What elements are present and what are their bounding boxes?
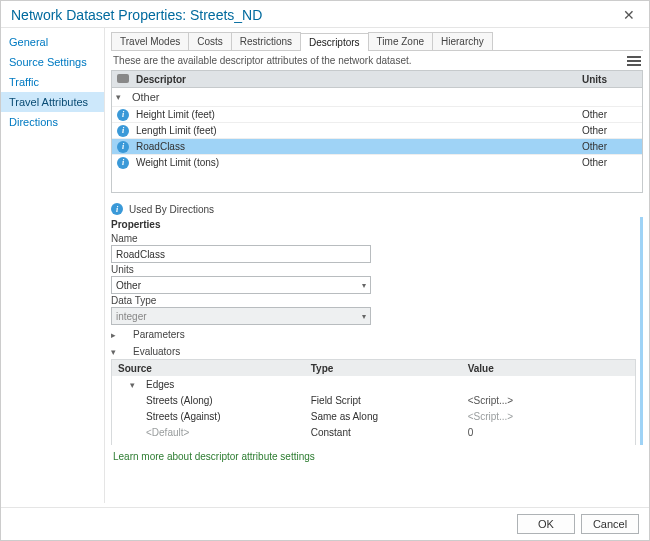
grid-header: Descriptor Units (111, 70, 643, 88)
eval-col-type[interactable]: Type (311, 363, 468, 374)
sidebar: General Source Settings Traffic Travel A… (1, 28, 105, 503)
attr-name: RoadClass (134, 141, 582, 152)
attr-name: Height Limit (feet) (134, 109, 582, 120)
tab-costs[interactable]: Costs (188, 32, 232, 50)
attr-row-height-limit[interactable]: i Height Limit (feet) Other (112, 106, 642, 122)
tab-descriptors[interactable]: Descriptors (300, 33, 369, 51)
column-descriptor[interactable]: Descriptor (134, 74, 582, 85)
eval-value: <Script...> (468, 411, 635, 422)
attr-name: Length Limit (feet) (134, 125, 582, 136)
eval-source: Streets (Against) (112, 411, 311, 422)
name-input[interactable]: RoadClass (111, 245, 371, 263)
attr-row-length-limit[interactable]: i Length Limit (feet) Other (112, 122, 642, 138)
eval-row[interactable]: Streets (Against) Same as Along <Script.… (112, 408, 635, 424)
evaluators-section[interactable]: ▾Evaluators (111, 342, 636, 359)
info-icon: i (117, 141, 129, 153)
chevron-right-icon: ▸ (111, 330, 119, 340)
tab-travel-modes[interactable]: Travel Modes (111, 32, 189, 50)
chevron-down-icon: ▾ (362, 312, 366, 321)
eval-source: Streets (Along) (112, 395, 311, 406)
attr-name: Weight Limit (tons) (134, 157, 582, 168)
datatype-value: integer (116, 311, 147, 322)
sidebar-item-source-settings[interactable]: Source Settings (1, 52, 104, 72)
eval-source: <Default> (112, 427, 311, 438)
window-title: Network Dataset Properties: Streets_ND (11, 7, 262, 23)
sidebar-item-directions[interactable]: Directions (1, 112, 104, 132)
cancel-button[interactable]: Cancel (581, 514, 639, 534)
info-icon: i (117, 157, 129, 169)
sidebar-item-traffic[interactable]: Traffic (1, 72, 104, 92)
name-value: RoadClass (116, 249, 165, 260)
tab-time-zone[interactable]: Time Zone (368, 32, 433, 50)
eval-value: 0 (468, 427, 635, 438)
parameters-section[interactable]: ▸Parameters (111, 325, 636, 342)
chevron-down-icon: ▾ (130, 380, 138, 390)
evaluators-grid: Source Type Value ▾Edges Streets (Along)… (111, 359, 636, 445)
eval-row[interactable]: <Default> Constant 0 (112, 424, 635, 440)
group-other[interactable]: ▾ Other (112, 88, 642, 106)
evaluators-label: Evaluators (133, 346, 180, 357)
learn-more-link[interactable]: Learn more about descriptor attribute se… (111, 445, 643, 468)
edges-label: Edges (146, 379, 174, 390)
datatype-select: integer▾ (111, 307, 371, 325)
tabs: Travel Modes Costs Restrictions Descript… (111, 32, 643, 51)
ok-button[interactable]: OK (517, 514, 575, 534)
properties-heading: Properties (111, 217, 636, 232)
eval-type: Same as Along (311, 411, 468, 422)
units-value: Other (116, 280, 141, 291)
attr-row-weight-limit[interactable]: i Weight Limit (tons) Other (112, 154, 642, 170)
info-icon: i (117, 109, 129, 121)
eval-col-source[interactable]: Source (112, 363, 311, 374)
close-icon[interactable]: ✕ (619, 8, 639, 22)
units-label: Units (111, 263, 636, 276)
eval-group-edges[interactable]: ▾Edges (112, 376, 635, 392)
chevron-down-icon[interactable]: ▾ (116, 92, 124, 102)
name-label: Name (111, 232, 636, 245)
menu-icon[interactable] (627, 56, 641, 66)
sidebar-item-general[interactable]: General (1, 32, 104, 52)
descriptor-column-icon (117, 74, 129, 85)
info-icon: i (111, 203, 123, 215)
datatype-label: Data Type (111, 294, 636, 307)
eval-value: <Script...> (468, 395, 635, 406)
info-icon: i (117, 125, 129, 137)
parameters-label: Parameters (133, 329, 185, 340)
eval-col-value[interactable]: Value (468, 363, 635, 374)
attr-units: Other (582, 157, 642, 168)
sidebar-item-travel-attributes[interactable]: Travel Attributes (1, 92, 104, 112)
group-label: Other (132, 91, 160, 103)
tab-hierarchy[interactable]: Hierarchy (432, 32, 493, 50)
eval-row[interactable]: Streets (Along) Field Script <Script...> (112, 392, 635, 408)
eval-type: Field Script (311, 395, 468, 406)
tab-restrictions[interactable]: Restrictions (231, 32, 301, 50)
attr-units: Other (582, 109, 642, 120)
eval-type: Constant (311, 427, 468, 438)
column-units[interactable]: Units (582, 74, 642, 85)
descriptor-note: These are the available descriptor attri… (113, 55, 412, 66)
attr-row-roadclass[interactable]: i RoadClass Other (112, 138, 642, 154)
chevron-down-icon: ▾ (111, 347, 119, 357)
used-by-label: Used By Directions (129, 204, 214, 215)
units-select[interactable]: Other▾ (111, 276, 371, 294)
chevron-down-icon: ▾ (362, 281, 366, 290)
attr-units: Other (582, 125, 642, 136)
attr-units: Other (582, 141, 642, 152)
